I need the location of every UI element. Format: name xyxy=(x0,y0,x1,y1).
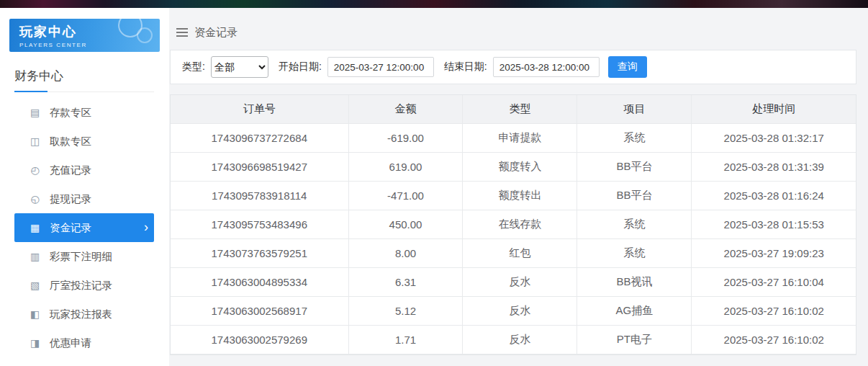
cell-order-id: 1743073763579251 xyxy=(171,239,349,268)
column-header: 订单号 xyxy=(171,95,349,124)
cell-type: 反水 xyxy=(463,268,577,297)
hall-bet-record-icon: ▧ xyxy=(29,280,41,291)
cell-process-time: 2025-03-27 19:09:23 xyxy=(692,239,856,268)
end-date-label: 结束日期: xyxy=(444,61,487,73)
sidebar-menu: ▤ 存款专区 › ◫ 取款专区 › ◴ 充值记录 › ◵ xyxy=(0,98,169,366)
cell-project: BB平台 xyxy=(577,182,692,210)
cell-type: 申请提款 xyxy=(463,124,577,153)
cell-amount: 619.00 xyxy=(349,153,464,182)
sidebar-menu-item[interactable]: ▩ 优惠申请记录 › xyxy=(14,357,154,366)
menu-toggle-icon[interactable] xyxy=(176,26,188,39)
cell-amount: 450.00 xyxy=(349,210,464,239)
sidebar-menu-item[interactable]: ▦ 资金记录 › xyxy=(14,213,154,242)
cell-type: 反水 xyxy=(463,297,577,326)
sidebar-item-label: 提现记录 xyxy=(50,192,148,206)
cell-process-time: 2025-03-27 16:10:04 xyxy=(692,268,856,297)
table-row: 1743073763579251 8.00 红包 系统 2025-03-27 1… xyxy=(171,239,856,268)
start-date-input[interactable] xyxy=(327,57,434,77)
search-button[interactable]: 查询 xyxy=(608,56,647,78)
cell-amount: 5.12 xyxy=(349,297,464,326)
start-date-label: 开始日期: xyxy=(279,61,322,73)
withdraw-zone-icon: ◫ xyxy=(29,135,41,147)
cell-type: 额度转入 xyxy=(463,153,577,182)
cell-order-id: 1743063002568917 xyxy=(171,297,349,326)
sidebar-menu-item[interactable]: ◵ 提现记录 › xyxy=(14,184,154,213)
cell-process-time: 2025-03-28 01:32:17 xyxy=(692,124,856,153)
cell-order-id: 1743063002579269 xyxy=(171,326,349,354)
column-header: 类型 xyxy=(463,95,577,124)
cell-project: BB视讯 xyxy=(577,268,692,297)
sidebar-item-label: 充值记录 xyxy=(50,164,148,177)
cell-amount: 6.31 xyxy=(349,268,464,297)
cell-amount: 8.00 xyxy=(349,239,464,268)
page-title: 资金记录 xyxy=(194,26,238,40)
table-header-row: 订单号 金额 类型 项目 处理时间 xyxy=(171,95,856,124)
brand-card: 玩家中心 PLAYERS CENTER xyxy=(9,19,160,52)
table-row: 1743063004895334 6.31 反水 BB视讯 2025-03-27… xyxy=(171,268,856,297)
recharge-record-icon: ◴ xyxy=(29,164,41,176)
cell-project: 系统 xyxy=(577,239,692,268)
top-banner xyxy=(0,0,868,8)
sidebar-item-label: 资金记录 xyxy=(50,221,144,235)
sidebar-menu-item[interactable]: ◫ 取款专区 › xyxy=(14,127,154,156)
cell-process-time: 2025-03-28 01:15:53 xyxy=(692,210,856,239)
cell-type: 反水 xyxy=(463,326,577,354)
sidebar-item-label: 玩家投注报表 xyxy=(50,308,148,321)
main-content: 资金记录 类型: 全部 开始日期: 结束日期: 查询 订单号 金额 类型 xyxy=(169,8,868,366)
sidebar-item-label: 彩票下注明细 xyxy=(50,250,148,264)
cell-process-time: 2025-03-27 16:10:02 xyxy=(692,326,856,354)
cell-order-id: 1743096698519427 xyxy=(171,153,349,182)
cell-type: 在线存款 xyxy=(463,210,577,239)
cell-order-id: 1743095783918114 xyxy=(171,182,349,210)
column-header: 项目 xyxy=(577,95,692,124)
type-select[interactable]: 全部 xyxy=(211,56,268,78)
sidebar-section-header: 财务中心 xyxy=(14,68,154,92)
brand-subtitle: PLAYERS CENTER xyxy=(19,42,160,48)
table-row: 1743096698519427 619.00 额度转入 BB平台 2025-0… xyxy=(171,153,856,182)
cell-order-id: 1743096737272684 xyxy=(171,124,349,153)
cell-type: 额度转出 xyxy=(463,182,577,210)
cell-amount: -619.00 xyxy=(349,124,464,153)
column-header: 处理时间 xyxy=(692,95,856,124)
sidebar-menu-item[interactable]: ▤ 存款专区 › xyxy=(14,98,154,127)
sidebar-menu-item[interactable]: ◨ 优惠申请 › xyxy=(14,329,154,357)
sidebar-item-label: 存款专区 xyxy=(50,106,148,120)
withdrawal-record-icon: ◵ xyxy=(29,193,41,205)
table-row: 1743063002568917 5.12 反水 AG捕鱼 2025-03-27… xyxy=(171,297,856,326)
cell-project: 系统 xyxy=(577,210,692,239)
sidebar-menu-item[interactable]: ▥ 彩票下注明细 › xyxy=(14,242,154,271)
lottery-bet-detail-icon: ▥ xyxy=(29,251,41,262)
table-row: 1743095783918114 -471.00 额度转出 BB平台 2025-… xyxy=(171,182,856,210)
player-bet-report-icon: ◧ xyxy=(29,308,41,320)
end-date-input[interactable] xyxy=(493,57,600,77)
sidebar-section-title: 财务中心 xyxy=(14,69,63,83)
table-row: 1743063002579269 1.71 反水 PT电子 2025-03-27… xyxy=(171,326,856,354)
cell-type: 红包 xyxy=(463,239,577,268)
cell-amount: 1.71 xyxy=(349,326,464,354)
cell-process-time: 2025-03-28 01:16:24 xyxy=(692,182,856,210)
breadcrumb: 资金记录 xyxy=(170,8,856,40)
funds-table: 订单号 金额 类型 项目 处理时间 1743096737272684 -619.… xyxy=(170,94,856,355)
sidebar-item-label: 优惠申请 xyxy=(50,336,148,350)
table-body: 1743096737272684 -619.00 申请提款 系统 2025-03… xyxy=(171,124,856,354)
sidebar-menu-item[interactable]: ◧ 玩家投注报表 › xyxy=(14,300,154,329)
cell-project: BB平台 xyxy=(577,153,692,182)
cell-project: AG捕鱼 xyxy=(577,297,692,326)
sidebar-item-label: 取款专区 xyxy=(50,135,148,148)
sidebar: 玩家中心 PLAYERS CENTER 财务中心 ▤ 存款专区 › ◫ 取款专区… xyxy=(0,8,169,366)
sidebar-menu-item[interactable]: ◴ 充值记录 › xyxy=(14,156,154,184)
sidebar-menu-item[interactable]: ▧ 厅室投注记录 › xyxy=(14,271,154,300)
column-header: 金额 xyxy=(349,95,464,124)
promo-apply-icon: ◨ xyxy=(29,337,41,349)
table-row: 1743096737272684 -619.00 申请提款 系统 2025-03… xyxy=(171,124,856,153)
cell-project: PT电子 xyxy=(577,326,692,354)
cell-order-id: 1743063004895334 xyxy=(171,268,349,297)
cell-project: 系统 xyxy=(577,124,692,153)
funds-record-icon: ▦ xyxy=(29,222,41,233)
chevron-right-icon: › xyxy=(144,220,148,235)
sidebar-item-label: 厅室投注记录 xyxy=(50,279,148,293)
type-label: 类型: xyxy=(182,61,205,73)
page: 玩家中心 PLAYERS CENTER 财务中心 ▤ 存款专区 › ◫ 取款专区… xyxy=(0,8,868,366)
cell-process-time: 2025-03-28 01:31:39 xyxy=(692,153,856,182)
cell-amount: -471.00 xyxy=(349,182,464,210)
